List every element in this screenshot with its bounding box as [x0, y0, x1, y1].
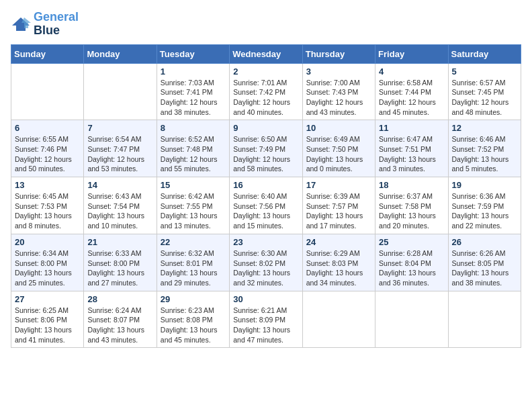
day-cell: 21Sunrise: 6:33 AM Sunset: 8:00 PM Dayli…	[84, 234, 157, 291]
week-row-4: 20Sunrise: 6:34 AM Sunset: 8:00 PM Dayli…	[11, 234, 521, 291]
day-info: Sunrise: 6:26 AM Sunset: 8:05 PM Dayligh…	[452, 248, 517, 288]
day-cell	[375, 291, 448, 348]
day-number: 9	[233, 123, 298, 133]
day-cell: 16Sunrise: 6:40 AM Sunset: 7:56 PM Dayli…	[230, 177, 302, 234]
col-header-monday: Monday	[84, 44, 157, 63]
day-cell: 13Sunrise: 6:45 AM Sunset: 7:53 PM Dayli…	[11, 177, 84, 234]
calendar-header-row: SundayMondayTuesdayWednesdayThursdayFrid…	[11, 44, 521, 63]
day-number: 26	[452, 237, 517, 247]
day-number: 21	[87, 237, 152, 247]
day-number: 22	[161, 237, 226, 247]
day-info: Sunrise: 7:03 AM Sunset: 7:41 PM Dayligh…	[161, 78, 226, 118]
day-info: Sunrise: 6:52 AM Sunset: 7:48 PM Dayligh…	[161, 134, 226, 174]
day-cell: 6Sunrise: 6:55 AM Sunset: 7:46 PM Daylig…	[11, 120, 84, 177]
day-cell: 3Sunrise: 7:00 AM Sunset: 7:43 PM Daylig…	[302, 63, 375, 120]
day-cell: 8Sunrise: 6:52 AM Sunset: 7:48 PM Daylig…	[157, 120, 229, 177]
day-info: Sunrise: 6:29 AM Sunset: 8:03 PM Dayligh…	[306, 248, 371, 288]
day-cell: 28Sunrise: 6:24 AM Sunset: 8:07 PM Dayli…	[84, 291, 157, 348]
day-cell: 7Sunrise: 6:54 AM Sunset: 7:47 PM Daylig…	[84, 120, 157, 177]
day-cell: 12Sunrise: 6:46 AM Sunset: 7:52 PM Dayli…	[448, 120, 521, 177]
day-cell	[11, 63, 84, 120]
day-cell: 9Sunrise: 6:50 AM Sunset: 7:49 PM Daylig…	[230, 120, 302, 177]
day-cell: 11Sunrise: 6:47 AM Sunset: 7:51 PM Dayli…	[375, 120, 448, 177]
day-info: Sunrise: 6:45 AM Sunset: 7:53 PM Dayligh…	[15, 191, 80, 231]
day-number: 24	[306, 237, 371, 247]
day-number: 17	[306, 180, 371, 190]
day-number: 5	[452, 66, 517, 77]
day-info: Sunrise: 6:49 AM Sunset: 7:50 PM Dayligh…	[306, 134, 371, 174]
day-number: 10	[306, 123, 371, 133]
day-info: Sunrise: 6:57 AM Sunset: 7:45 PM Dayligh…	[452, 78, 517, 118]
day-cell: 2Sunrise: 7:01 AM Sunset: 7:42 PM Daylig…	[230, 63, 302, 120]
col-header-friday: Friday	[375, 44, 448, 63]
day-cell: 1Sunrise: 7:03 AM Sunset: 7:41 PM Daylig…	[157, 63, 229, 120]
day-cell	[84, 63, 157, 120]
day-number: 2	[233, 66, 298, 77]
day-info: Sunrise: 6:24 AM Sunset: 8:07 PM Dayligh…	[87, 306, 152, 345]
day-number: 30	[233, 294, 298, 304]
day-cell: 15Sunrise: 6:42 AM Sunset: 7:55 PM Dayli…	[157, 177, 229, 234]
day-number: 16	[233, 180, 298, 190]
day-number: 23	[233, 237, 298, 247]
day-number: 19	[452, 180, 517, 190]
col-header-sunday: Sunday	[11, 44, 84, 63]
logo: General Blue	[11, 11, 79, 38]
day-number: 15	[161, 180, 226, 190]
day-info: Sunrise: 6:21 AM Sunset: 8:09 PM Dayligh…	[233, 306, 298, 345]
day-info: Sunrise: 6:54 AM Sunset: 7:47 PM Dayligh…	[87, 134, 152, 174]
day-cell: 23Sunrise: 6:30 AM Sunset: 8:02 PM Dayli…	[230, 234, 302, 291]
col-header-tuesday: Tuesday	[157, 44, 229, 63]
day-number: 12	[452, 123, 517, 133]
day-info: Sunrise: 6:36 AM Sunset: 7:59 PM Dayligh…	[452, 191, 517, 231]
day-number: 25	[379, 237, 444, 247]
page-header: General Blue	[11, 11, 521, 38]
col-header-saturday: Saturday	[448, 44, 521, 63]
day-info: Sunrise: 6:46 AM Sunset: 7:52 PM Dayligh…	[452, 134, 517, 174]
day-number: 20	[15, 237, 80, 247]
day-cell: 19Sunrise: 6:36 AM Sunset: 7:59 PM Dayli…	[448, 177, 521, 234]
day-info: Sunrise: 6:25 AM Sunset: 8:06 PM Dayligh…	[15, 306, 80, 345]
day-number: 3	[306, 66, 371, 77]
day-cell: 22Sunrise: 6:32 AM Sunset: 8:01 PM Dayli…	[157, 234, 229, 291]
day-cell: 5Sunrise: 6:57 AM Sunset: 7:45 PM Daylig…	[448, 63, 521, 120]
col-header-wednesday: Wednesday	[230, 44, 302, 63]
day-cell: 24Sunrise: 6:29 AM Sunset: 8:03 PM Dayli…	[302, 234, 375, 291]
calendar-table: SundayMondayTuesdayWednesdayThursdayFrid…	[11, 44, 521, 349]
day-number: 29	[161, 294, 226, 304]
day-info: Sunrise: 6:33 AM Sunset: 8:00 PM Dayligh…	[87, 248, 152, 288]
day-cell: 17Sunrise: 6:39 AM Sunset: 7:57 PM Dayli…	[302, 177, 375, 234]
day-info: Sunrise: 6:58 AM Sunset: 7:44 PM Dayligh…	[379, 78, 444, 118]
day-cell: 18Sunrise: 6:37 AM Sunset: 7:58 PM Dayli…	[375, 177, 448, 234]
day-cell: 27Sunrise: 6:25 AM Sunset: 8:06 PM Dayli…	[11, 291, 84, 348]
logo-text: General Blue	[34, 11, 79, 38]
day-cell: 20Sunrise: 6:34 AM Sunset: 8:00 PM Dayli…	[11, 234, 84, 291]
day-number: 13	[15, 180, 80, 190]
day-info: Sunrise: 6:47 AM Sunset: 7:51 PM Dayligh…	[379, 134, 444, 174]
day-number: 7	[87, 123, 152, 133]
day-info: Sunrise: 6:43 AM Sunset: 7:54 PM Dayligh…	[87, 191, 152, 231]
day-info: Sunrise: 6:37 AM Sunset: 7:58 PM Dayligh…	[379, 191, 444, 231]
day-info: Sunrise: 6:28 AM Sunset: 8:04 PM Dayligh…	[379, 248, 444, 288]
day-info: Sunrise: 6:50 AM Sunset: 7:49 PM Dayligh…	[233, 134, 298, 174]
col-header-thursday: Thursday	[302, 44, 375, 63]
day-info: Sunrise: 6:34 AM Sunset: 8:00 PM Dayligh…	[15, 248, 80, 288]
day-number: 18	[379, 180, 444, 190]
day-info: Sunrise: 7:00 AM Sunset: 7:43 PM Dayligh…	[306, 78, 371, 118]
week-row-2: 6Sunrise: 6:55 AM Sunset: 7:46 PM Daylig…	[11, 120, 521, 177]
day-number: 6	[15, 123, 80, 133]
day-info: Sunrise: 6:42 AM Sunset: 7:55 PM Dayligh…	[161, 191, 226, 231]
day-cell	[302, 291, 375, 348]
day-info: Sunrise: 6:32 AM Sunset: 8:01 PM Dayligh…	[161, 248, 226, 288]
day-info: Sunrise: 6:39 AM Sunset: 7:57 PM Dayligh…	[306, 191, 371, 231]
day-info: Sunrise: 6:40 AM Sunset: 7:56 PM Dayligh…	[233, 191, 298, 231]
day-cell: 26Sunrise: 6:26 AM Sunset: 8:05 PM Dayli…	[448, 234, 521, 291]
week-row-5: 27Sunrise: 6:25 AM Sunset: 8:06 PM Dayli…	[11, 291, 521, 348]
day-cell: 4Sunrise: 6:58 AM Sunset: 7:44 PM Daylig…	[375, 63, 448, 120]
day-cell: 14Sunrise: 6:43 AM Sunset: 7:54 PM Dayli…	[84, 177, 157, 234]
week-row-1: 1Sunrise: 7:03 AM Sunset: 7:41 PM Daylig…	[11, 63, 521, 120]
day-info: Sunrise: 7:01 AM Sunset: 7:42 PM Dayligh…	[233, 78, 298, 118]
logo-icon	[11, 16, 31, 32]
day-cell: 10Sunrise: 6:49 AM Sunset: 7:50 PM Dayli…	[302, 120, 375, 177]
day-cell: 25Sunrise: 6:28 AM Sunset: 8:04 PM Dayli…	[375, 234, 448, 291]
day-number: 4	[379, 66, 444, 77]
